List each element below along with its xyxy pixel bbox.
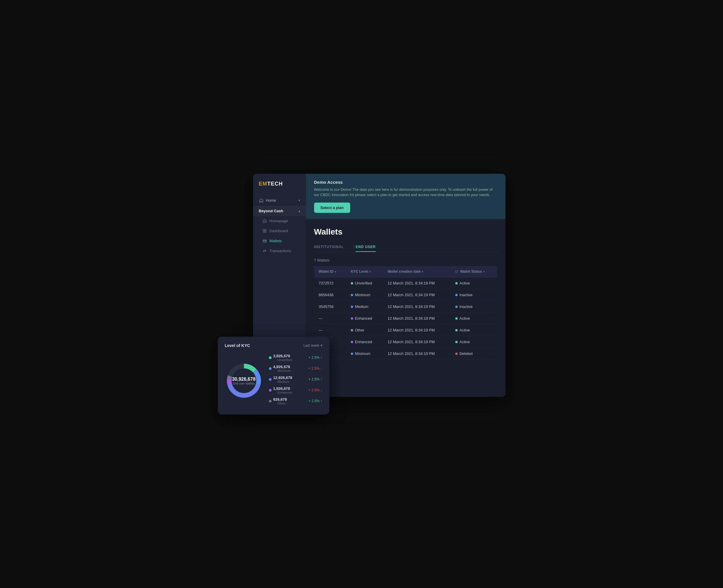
- legend-pct: + 2.5%: [309, 388, 320, 392]
- svg-rect-1: [265, 229, 267, 231]
- status-dot: [455, 317, 458, 320]
- kyc-dot: [351, 341, 353, 343]
- cell-status: Inactive: [451, 289, 497, 301]
- legend-arrow-icon: ↑: [321, 399, 322, 403]
- kyc-legend-item: 926,678 Other + 2.5% ↑: [269, 397, 322, 405]
- legend-right: + 2.5% ↑: [309, 356, 322, 360]
- legend-dot: [269, 400, 272, 402]
- cell-kyc: Other: [346, 324, 383, 336]
- legend-label-group: 4,926,678 Minimum: [273, 364, 291, 373]
- table-row: 8656436 Minimum 12 March 2021, 8:34:19 P…: [314, 289, 497, 301]
- period-selector[interactable]: Last week ▾: [303, 343, 322, 348]
- legend-pct: + 2.5%: [309, 399, 320, 403]
- kyc-dot: [351, 282, 353, 285]
- status-sort-icon: ▾: [483, 270, 485, 273]
- legend-sublabel: Enhanced: [278, 391, 292, 394]
- section-label: Beyond Cash: [259, 209, 283, 213]
- dashboard-label: Dashboard: [270, 229, 288, 233]
- legend-right: + 2.5% ↑: [309, 377, 322, 381]
- legend-pct: + 2.5%: [309, 366, 320, 371]
- svg-rect-0: [263, 229, 264, 231]
- cell-date: 12 March 2021, 8:34:19 PM: [383, 289, 451, 301]
- home-label: Home: [266, 198, 276, 203]
- table-row: — Minimum 12 March 2021, 8:34:19 PM Dele…: [314, 348, 497, 360]
- sidebar-item-dashboard[interactable]: Dashboard: [253, 226, 306, 236]
- legend-arrow-icon: ↑: [321, 356, 322, 360]
- legend-label-group: 926,678 Other: [273, 397, 287, 405]
- cell-date: 12 March 2021, 8:34:19 PM: [383, 348, 451, 360]
- wallets-table: Wallet ID ▾ KYC Level ▾: [314, 266, 497, 360]
- legend-left: 926,678 Other: [269, 397, 287, 405]
- sidebar-item-home[interactable]: Home ▾: [253, 195, 306, 206]
- legend-pct: + 2.5%: [309, 377, 320, 381]
- status-dot: [455, 329, 458, 332]
- period-chevron-icon: ▾: [321, 343, 322, 348]
- cell-date: 12 March 2021, 8:34:19 PM: [383, 324, 451, 336]
- status-dot: [455, 341, 458, 343]
- demo-banner: Demo Access Welcome to our Demo! The dat…: [306, 174, 506, 219]
- donut-total-number: 30,926,678: [232, 376, 255, 382]
- cell-kyc: Minimum: [346, 348, 383, 360]
- kyc-widget-body: 30,926,678 End user wallets 3,926,678 Un…: [225, 354, 322, 408]
- kyc-widget-header: Level of KYC Last week ▾: [225, 343, 322, 348]
- transactions-icon: [262, 249, 267, 253]
- table-row: — Other 12 March 2021, 8:34:19 PM Active: [314, 324, 497, 336]
- cell-kyc: Medium: [346, 301, 383, 313]
- page-content: Wallets INSTITUTIONAL | END USER 7 Walle…: [306, 219, 506, 368]
- legend-sublabel: Minimum: [278, 369, 291, 373]
- status-dot: [455, 306, 458, 308]
- kyc-legend-item: 4,926,678 Minimum + 2.5% ↓: [269, 364, 322, 373]
- dashboard-icon: [262, 229, 267, 233]
- kyc-widget: Level of KYC Last week ▾: [218, 337, 329, 415]
- demo-banner-text: Welcome to our Demo! The data you see he…: [314, 187, 497, 198]
- cell-status: Deleted: [451, 348, 497, 360]
- homepage-label: Homepage: [270, 219, 288, 223]
- tab-separator: |: [353, 245, 354, 250]
- table-header-row: Wallet ID ▾ KYC Level ▾: [314, 266, 497, 277]
- demo-banner-title: Demo Access: [314, 180, 497, 185]
- legend-left: 4,926,678 Minimum: [269, 364, 291, 373]
- cell-kyc: Enhanced: [346, 336, 383, 348]
- legend-value: 3,926,678: [273, 354, 292, 358]
- col-wallet-id[interactable]: Wallet ID ▾: [314, 266, 346, 277]
- tab-institutional[interactable]: INSTITUTIONAL: [314, 243, 344, 252]
- kyc-dot: [351, 317, 353, 320]
- logo-tech: TECH: [268, 181, 283, 187]
- section-chevron-icon: ▴: [299, 209, 300, 212]
- legend-value: 926,678: [273, 397, 287, 402]
- kyc-dot: [351, 329, 353, 332]
- status-dot: [455, 294, 458, 296]
- col-creation-date[interactable]: Wallet creation date ▾: [383, 266, 451, 277]
- transactions-label: Transactions: [270, 249, 291, 253]
- kyc-dot: [351, 353, 353, 355]
- sidebar-item-wallets[interactable]: Wallets: [253, 236, 306, 246]
- tab-end-user[interactable]: END USER: [356, 243, 376, 252]
- wallet-count: 7 Wallets: [314, 258, 497, 262]
- cell-wallet-id: 8656436: [314, 289, 346, 301]
- legend-dot: [269, 367, 272, 370]
- svg-rect-2: [263, 231, 264, 233]
- cell-date: 12 March 2021, 8:34:19 PM: [383, 301, 451, 313]
- legend-arrow-icon: ↓: [321, 366, 322, 371]
- legend-dot: [269, 378, 272, 381]
- legend-left: 1,926,678 Enhanced: [269, 386, 292, 394]
- cell-status: Active: [451, 277, 497, 289]
- table-row: 7372572 Unverified 12 March 2021, 8:34:1…: [314, 277, 497, 289]
- cell-date: 12 March 2021, 8:34:19 PM: [383, 313, 451, 324]
- select-plan-button[interactable]: Select a plan: [314, 203, 350, 213]
- col-kyc-level[interactable]: KYC Level ▾: [346, 266, 383, 277]
- legend-value: 12,926,678: [273, 376, 292, 380]
- col-status[interactable]: Wallet Status ▾: [451, 266, 497, 277]
- svg-rect-3: [265, 231, 267, 233]
- cell-status: Active: [451, 313, 497, 324]
- sidebar-item-homepage[interactable]: Homepage: [253, 216, 306, 226]
- legend-value: 1,926,678: [273, 386, 292, 391]
- kyc-widget-title: Level of KYC: [225, 343, 250, 348]
- tabs: INSTITUTIONAL | END USER: [314, 243, 497, 252]
- sidebar-section-beyond-cash[interactable]: Beyond Cash ▴: [253, 206, 306, 216]
- cell-status: Inactive: [451, 301, 497, 313]
- sidebar-item-transactions[interactable]: Transactions: [253, 246, 306, 256]
- svg-rect-5: [265, 241, 266, 241]
- cell-kyc: Unverified: [346, 277, 383, 289]
- page-title: Wallets: [314, 227, 497, 237]
